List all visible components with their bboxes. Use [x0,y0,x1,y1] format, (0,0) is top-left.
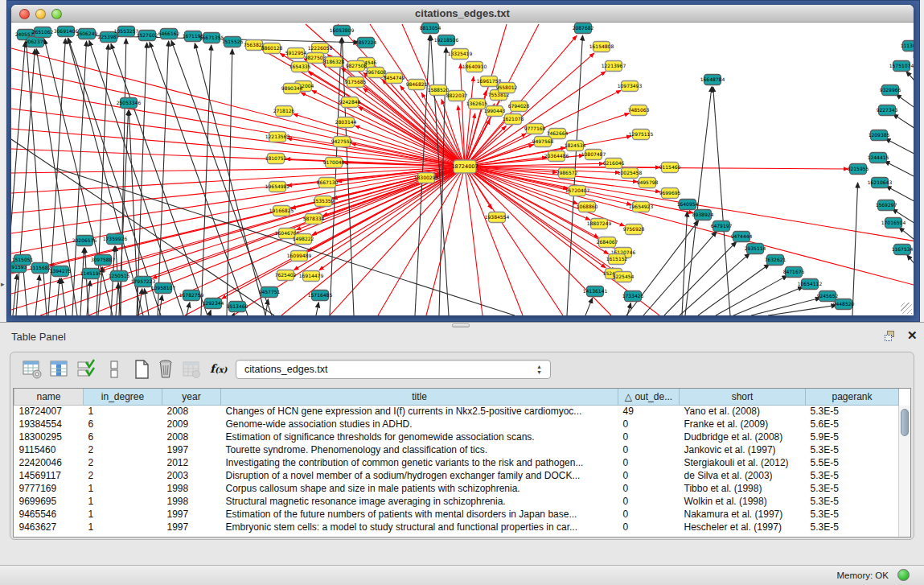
delete-column-icon[interactable] [155,359,176,380]
graph-node[interactable]: 16782759 [179,290,204,301]
graph-node[interactable]: 18640910 [462,62,487,72]
delete-table-icon[interactable] [181,359,202,380]
graph-node[interactable]: 12213967 [602,61,626,72]
graph-node[interactable]: 7632621 [765,255,786,266]
graph-node[interactable]: 1292344 [203,299,224,309]
graph-node[interactable]: 1113054 [901,41,914,51]
graph-node[interactable]: 9513460 [227,302,248,312]
graph-node[interactable]: 8667130 [317,178,339,188]
graph-node[interactable]: 1569297 [876,200,897,211]
column-header-in_degree[interactable]: in_degree [84,389,162,405]
graph-node[interactable]: 9245652 [817,291,839,302]
graph-node[interactable]: 16671355 [199,33,224,43]
graph-node[interactable]: 9170046 [323,158,345,168]
graph-node[interactable]: 14136141 [583,286,608,297]
graph-node[interactable]: 30691406 [54,27,79,37]
graph-node[interactable]: 9062379 [25,37,47,47]
graph-node[interactable]: 18807249 [587,219,612,229]
network-canvas[interactable]: 7563822886012859129541654335234200498903… [11,23,914,315]
graph-node[interactable]: 5225454 [613,272,634,282]
column-header-short[interactable]: short [680,389,806,405]
graph-node[interactable]: 19654923 [629,202,654,212]
table-selector-dropdown[interactable]: citations_edges.txt ▲▼ [236,360,551,379]
graph-node[interactable]: 12213563 [265,132,290,142]
graph-node[interactable]: 19654982 [265,182,290,192]
graph-node[interactable]: 16154808 [589,42,614,52]
memory-status-indicator[interactable] [897,569,910,581]
graph-node[interactable]: 6466162 [158,29,180,39]
table-row[interactable]: 1830029562008Estimation of significance … [14,431,899,443]
graph-node[interactable]: 1535359 [313,196,335,207]
panel-collapse-arrow-icon[interactable]: ▸ [1,280,5,288]
graph-node[interactable]: 9115460 [659,163,681,173]
graph-node[interactable]: 18300295 [414,173,439,183]
column-header-name[interactable]: name [14,389,84,405]
function-builder-icon[interactable]: f(x) [210,359,231,380]
graph-node[interactable]: 7625402 [275,270,297,281]
graph-node[interactable]: 12226058 [308,43,333,54]
graph-node[interactable]: 2718126 [273,106,295,117]
graph-node[interactable]: 15751074 [889,61,914,72]
graph-node[interactable]: 9827508 [346,61,368,72]
table-scrollbar[interactable] [898,406,910,538]
table-row[interactable]: 1872400712008Changes of HCN gene express… [14,405,899,418]
graph-node[interactable]: 8860128 [261,43,283,54]
graph-node[interactable]: 9558012 [496,83,518,93]
float-panel-icon[interactable] [885,331,897,342]
graph-node[interactable]: 1606249 [76,29,98,39]
graph-node[interactable]: 1515051 [12,255,34,266]
column-header-out_de[interactable]: △ out_de... [618,389,680,405]
graph-node[interactable]: 9846821 [406,80,428,90]
table-row[interactable]: 1938455462009Genome-wide association stu… [14,418,899,431]
graph-node[interactable]: 2935114 [745,244,766,254]
graph-node[interactable]: 16053809 [330,26,355,36]
close-panel-icon[interactable]: ✕ [907,328,918,343]
graph-node[interactable]: 5912954 [285,48,307,59]
graph-node[interactable]: 2651062 [32,27,54,38]
graph-node[interactable]: 6794028 [508,101,530,112]
graph-node[interactable]: 1167534 [892,245,914,255]
graph-node[interactable]: 10973493 [618,81,643,92]
table-row[interactable]: 1456911722003Disruption of a novel membe… [14,469,899,482]
graph-node[interactable]: 19384554 [485,212,510,223]
graph-node[interactable]: 15720407 [565,186,590,196]
graph-node[interactable]: 9699695 [659,188,681,199]
graph-node[interactable]: 1621078 [503,114,524,125]
network-graph[interactable]: 7563822886012859129541654335234200498903… [11,23,914,315]
column-header-pagerank[interactable]: pagerank [806,389,899,405]
graph-node[interactable]: 13325419 [448,49,473,60]
graph-node[interactable]: 1498222 [293,234,314,245]
graph-node[interactable]: 9242848 [339,97,361,108]
table-row[interactable]: 911546021997Tourette syndrome. Phenomeno… [14,443,899,456]
graph-node[interactable]: 9175685 [345,77,367,88]
graph-node[interactable]: 20206576 [72,236,97,246]
graph-node[interactable]: 9474444 [731,232,753,242]
graph-node[interactable]: 7986572 [556,168,578,179]
graph-node[interactable]: 6216046 [603,159,625,169]
graph-node[interactable]: 10553257 [114,27,139,37]
graph-node[interactable]: 30975887 [91,255,116,266]
graph-node[interactable]: 7857224 [355,38,377,48]
graph-node[interactable]: 1209385 [869,130,890,141]
graph-node[interactable]: 8938924 [692,210,714,220]
graph-node[interactable]: 10025458 [618,168,643,179]
graph-node[interactable]: 7515526 [222,37,244,47]
graph-node[interactable]: 7485063 [628,105,650,116]
scrollbar-thumb[interactable] [901,409,909,436]
window-titlebar[interactable]: citations_edges.txt [11,5,914,23]
graph-node[interactable]: 16914479 [299,271,324,282]
graph-node[interactable]: 9227343 [877,105,898,116]
graph-node[interactable]: 18724007 [451,160,478,173]
graph-node[interactable]: 8186328 [323,57,345,68]
graph-node[interactable]: 2684067 [597,237,618,248]
graph-node[interactable]: 1824534 [565,141,586,151]
graph-node[interactable]: 8813054 [420,23,441,34]
graph-node[interactable]: 1250515 [109,271,130,282]
graph-node[interactable]: 16210643 [868,178,893,188]
graph-node[interactable]: 1615152 [606,254,628,265]
graph-node[interactable]: 9448520 [833,299,855,310]
graph-node[interactable]: 10654112 [798,279,823,290]
graph-node[interactable]: 1145194 [80,269,102,279]
graph-node[interactable]: 9890344 [281,84,303,94]
graph-node[interactable]: 17359926 [103,234,128,245]
